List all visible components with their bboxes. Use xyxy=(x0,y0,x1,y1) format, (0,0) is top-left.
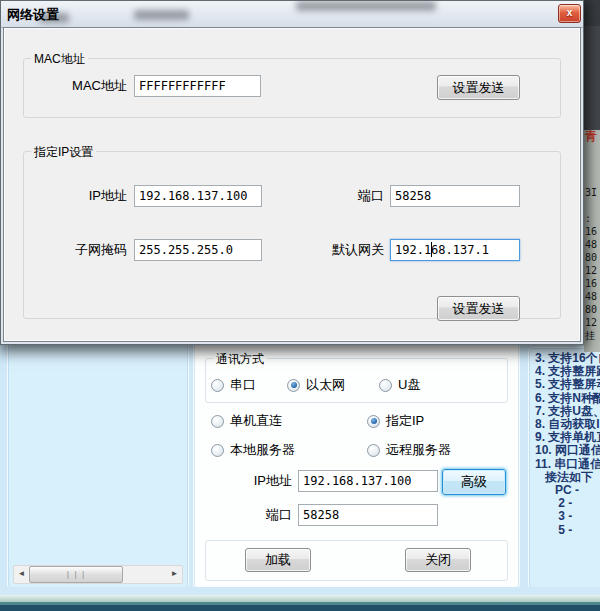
dialog-title: 网络设置 xyxy=(7,6,59,24)
close-icon[interactable]: x xyxy=(558,4,581,23)
subnet-mask-input[interactable] xyxy=(134,239,262,261)
dialog-body: MAC地址 MAC地址 设置发送 指定IP设置 IP地址 端口 子网掩码 默认网… xyxy=(3,27,581,342)
radio-label: 远程服务器 xyxy=(386,441,451,459)
gateway-input[interactable] xyxy=(390,239,520,261)
horizontal-scrollbar[interactable]: ◄ ❘❘❘ ► xyxy=(13,565,183,584)
screen: ◄ ❘❘❘ ► 通讯方式 串口以太网U盘 单机直连指定IP本地服务器远程服务器 … xyxy=(0,0,600,611)
radio-local-server[interactable]: 本地服务器 xyxy=(211,442,367,458)
network-settings-dialog: 网络设置 x MAC地址 MAC地址 设置发送 指定IP设置 IP地址 端口 子… xyxy=(0,0,584,345)
radio-button-icon xyxy=(287,379,300,392)
clipped-number: 80 xyxy=(585,303,597,316)
port-input[interactable] xyxy=(298,504,438,526)
port-label: 端口 xyxy=(214,504,292,526)
radio-button-icon xyxy=(367,415,380,428)
feature-list-line: 5. 支持整屏动 xyxy=(535,378,600,391)
feature-list-line: 5 - xyxy=(535,524,600,537)
dialog-port-label: 端口 xyxy=(294,185,384,207)
ip-settings-group: 指定IP设置 xyxy=(23,151,561,319)
radio-label: 本地服务器 xyxy=(230,441,295,459)
clipped-number xyxy=(585,199,597,212)
mac-address-label: MAC地址 xyxy=(21,75,127,97)
ip-address-input[interactable] xyxy=(298,470,438,492)
clipped-number: 48 xyxy=(585,290,597,303)
clipped-number: 12 xyxy=(585,264,597,277)
radio-button-icon xyxy=(379,379,392,392)
load-button[interactable]: 加载 xyxy=(245,548,311,572)
feature-list-line: 6. 支持N种酷 xyxy=(535,392,600,405)
clipped-number: 48 xyxy=(585,238,597,251)
radio-button-icon xyxy=(211,444,224,457)
radio-button-icon xyxy=(211,379,224,392)
ip-settings-legend: 指定IP设置 xyxy=(31,144,96,161)
help-panel: 3. 支持16个自4. 支持整屏跑5. 支持整屏动6. 支持N种酷7. 支持U盘… xyxy=(528,347,600,589)
radio-label: U盘 xyxy=(398,376,420,394)
radio-ethernet[interactable]: 以太网 xyxy=(287,377,379,393)
scroll-right-icon[interactable]: ► xyxy=(167,566,182,581)
radio-label: 指定IP xyxy=(386,412,424,430)
dialog-titlebar[interactable]: 网络设置 x xyxy=(1,1,583,28)
mode-options: 单机直连指定IP本地服务器远程服务器 xyxy=(211,413,451,458)
mac-send-button[interactable]: 设置发送 xyxy=(437,75,520,100)
clipped-red-text: 青 xyxy=(585,128,597,145)
dialog-port-input[interactable] xyxy=(390,185,520,207)
comm-options: 串口以太网U盘 xyxy=(211,377,420,393)
radio-label: 串口 xyxy=(230,376,256,394)
radio-direct-connect[interactable]: 单机直连 xyxy=(211,413,367,429)
close-window-button[interactable]: 关闭 xyxy=(405,548,471,572)
underlying-window-edge: 青 3I :1648801216488012挂 xyxy=(584,0,600,352)
radio-label: 单机直连 xyxy=(230,412,282,430)
ip-address-label: IP地址 xyxy=(214,470,292,492)
clipped-number: 12 xyxy=(585,316,597,329)
clipped-number-column: 3I :1648801216488012挂 xyxy=(585,186,597,342)
clipped-number: 16 xyxy=(585,225,597,238)
feature-list: 3. 支持16个自4. 支持整屏跑5. 支持整屏动6. 支持N种酷7. 支持U盘… xyxy=(535,352,600,537)
scroll-left-icon[interactable]: ◄ xyxy=(14,566,29,581)
comm-mode-legend: 通讯方式 xyxy=(213,351,267,368)
radio-specified-ip[interactable]: 指定IP xyxy=(367,413,451,429)
ip-send-button[interactable]: 设置发送 xyxy=(437,296,520,321)
feature-list-line: 11. 串口通信 xyxy=(535,458,600,471)
radio-udisk[interactable]: U盘 xyxy=(379,377,420,393)
radio-label: 以太网 xyxy=(306,376,345,394)
radio-remote-server[interactable]: 远程服务器 xyxy=(367,442,451,458)
radio-button-icon xyxy=(211,415,224,428)
advanced-button[interactable]: 高级 xyxy=(442,469,506,495)
clipped-number: : xyxy=(585,212,597,225)
radio-serial[interactable]: 串口 xyxy=(211,377,287,393)
scrollbar-grip-icon: ❘❘❘ xyxy=(64,570,87,579)
text-cursor xyxy=(431,242,432,257)
feature-list-line: 3 - xyxy=(535,510,600,523)
feature-list-line: 10. 网口通信 xyxy=(535,444,600,457)
scrollbar-thumb[interactable]: ❘❘❘ xyxy=(29,566,123,583)
mac-address-input[interactable] xyxy=(134,75,261,97)
gateway-label: 默认网关 xyxy=(294,239,384,261)
clipped-number: 80 xyxy=(585,251,597,264)
mac-group-legend: MAC地址 xyxy=(31,51,88,68)
dialog-ip-label: IP地址 xyxy=(21,185,127,207)
subnet-mask-label: 子网掩码 xyxy=(21,239,127,261)
radio-button-icon xyxy=(367,444,380,457)
dialog-ip-input[interactable] xyxy=(134,185,262,207)
clipped-number: 16 xyxy=(585,277,597,290)
window-bottom-frame xyxy=(0,587,600,611)
clipped-number: 3I xyxy=(585,186,597,199)
clipped-number: 挂 xyxy=(585,329,597,342)
